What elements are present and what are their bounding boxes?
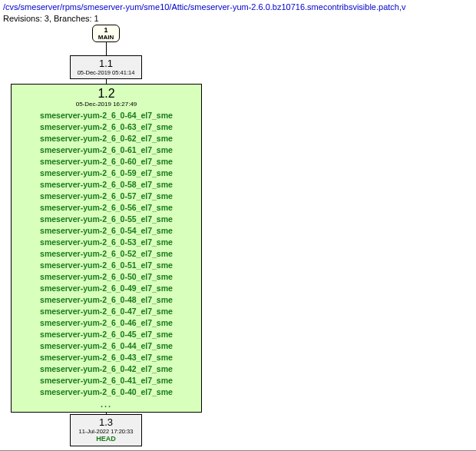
revision-date: 11-Jul-2022 17:20:33	[71, 428, 141, 435]
revision-version: 1.3	[71, 416, 141, 428]
branch-label: MAIN	[93, 34, 119, 41]
tag-entry: smeserver-yum-2_6_0-60_el7_sme	[12, 156, 201, 167]
tag-entry: smeserver-yum-2_6_0-44_el7_sme	[12, 340, 201, 352]
connector-line	[106, 78, 107, 84]
tag-entry: smeserver-yum-2_6_0-45_el7_sme	[12, 329, 201, 340]
tag-entry: smeserver-yum-2_6_0-62_el7_sme	[12, 133, 201, 144]
connector-line	[106, 42, 107, 55]
tag-entry: smeserver-yum-2_6_0-61_el7_sme	[12, 144, 201, 156]
tag-entry: smeserver-yum-2_6_0-59_el7_sme	[12, 167, 201, 179]
revisions-summary: Revisions: 3, Branches: 1	[3, 14, 99, 23]
tag-entry: smeserver-yum-2_6_0-43_el7_sme	[12, 352, 201, 363]
branch-number: 1	[93, 26, 119, 34]
tag-entry: smeserver-yum-2_6_0-46_el7_sme	[12, 317, 201, 329]
head-label: HEAD	[71, 435, 141, 443]
tag-entry: smeserver-yum-2_6_0-58_el7_sme	[12, 179, 201, 191]
tag-entry: smeserver-yum-2_6_0-41_el7_sme	[12, 375, 201, 386]
tag-list: smeserver-yum-2_6_0-64_el7_smesmeserver-…	[12, 110, 201, 398]
tag-entry: smeserver-yum-2_6_0-51_el7_sme	[12, 260, 201, 271]
tag-entry: smeserver-yum-2_6_0-57_el7_sme	[12, 191, 201, 202]
tag-entry: smeserver-yum-2_6_0-42_el7_sme	[12, 363, 201, 375]
revision-node-1-3[interactable]: 1.3 11-Jul-2022 17:20:33 HEAD	[70, 414, 142, 446]
tag-entry: smeserver-yum-2_6_0-49_el7_sme	[12, 283, 201, 294]
revision-version: 1.2	[12, 87, 201, 101]
branch-node-main[interactable]: 1 MAIN	[92, 25, 120, 42]
tag-entry: smeserver-yum-2_6_0-48_el7_sme	[12, 294, 201, 306]
revision-date: 05-Dec-2019 05:41:14	[71, 69, 141, 76]
revision-node-1-1[interactable]: 1.1 05-Dec-2019 05:41:14	[70, 55, 142, 79]
tag-ellipsis: ...	[12, 400, 201, 409]
tag-entry: smeserver-yum-2_6_0-50_el7_sme	[12, 271, 201, 283]
tag-entry: smeserver-yum-2_6_0-52_el7_sme	[12, 248, 201, 260]
revision-date: 05-Dec-2019 16:27:49	[12, 101, 201, 108]
file-path: /cvs/smeserver/rpms/smeserver-yum/sme10/…	[3, 2, 406, 12]
tag-entry: smeserver-yum-2_6_0-56_el7_sme	[12, 202, 201, 214]
tag-entry: smeserver-yum-2_6_0-63_el7_sme	[12, 121, 201, 133]
revision-version: 1.1	[71, 58, 141, 69]
tag-entry: smeserver-yum-2_6_0-53_el7_sme	[12, 237, 201, 248]
tag-entry: smeserver-yum-2_6_0-64_el7_sme	[12, 110, 201, 121]
tag-entry: smeserver-yum-2_6_0-54_el7_sme	[12, 225, 201, 237]
tag-entry: smeserver-yum-2_6_0-40_el7_sme	[12, 386, 201, 398]
tag-entry: smeserver-yum-2_6_0-47_el7_sme	[12, 306, 201, 317]
revision-node-1-2[interactable]: 1.2 05-Dec-2019 16:27:49 smeserver-yum-2…	[11, 84, 202, 413]
tag-entry: smeserver-yum-2_6_0-55_el7_sme	[12, 214, 201, 225]
